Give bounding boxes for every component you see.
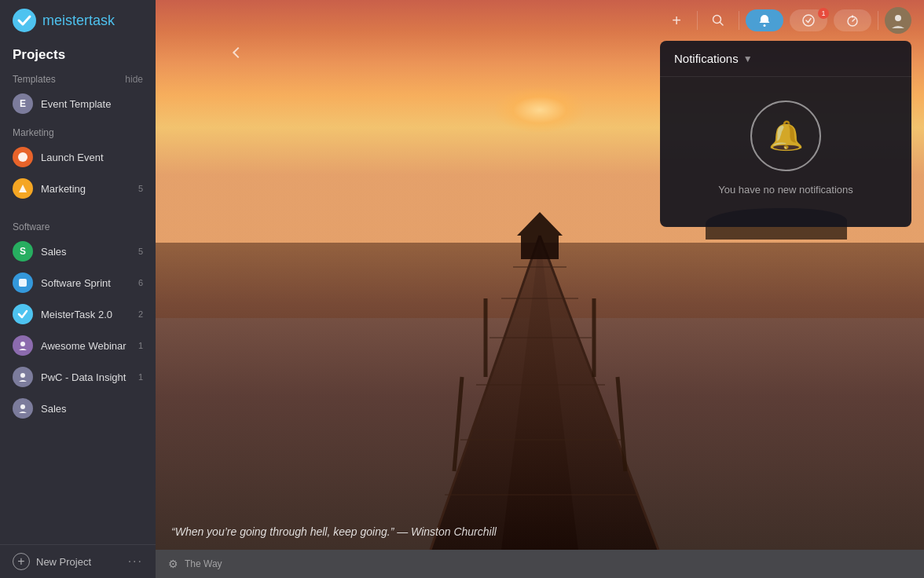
project-avatar-pwc-data [13, 367, 33, 387]
svg-line-29 [852, 19, 855, 21]
svg-point-6 [20, 404, 25, 409]
timer-button[interactable] [834, 9, 871, 31]
svg-line-24 [720, 23, 724, 26]
software-section-header: Software [0, 214, 156, 236]
project-name-software-sprint: Software Sprint [41, 277, 135, 289]
notifications-panel: Notifications ▼ 🔔 You have no new notifi… [660, 41, 911, 227]
notifications-button[interactable] [746, 9, 783, 31]
project-avatar-launch-event [13, 147, 33, 167]
topbar: + 1 [156, 0, 924, 41]
project-name-launch-event: Launch Event [41, 152, 140, 163]
more-options-button[interactable]: ··· [128, 554, 143, 569]
svg-rect-18 [521, 236, 559, 259]
svg-point-4 [20, 342, 25, 346]
project-name-sales-1: Sales [41, 246, 135, 258]
project-name-meistertask-2: MeisterTask 2.0 [41, 309, 135, 320]
software-label: Software [13, 221, 50, 232]
project-item-launch-event[interactable]: Launch Event [0, 141, 156, 173]
quote-text: “When you’re going through hell, keep go… [171, 525, 497, 538]
project-item-software-sprint[interactable]: Software Sprint 6 [0, 267, 156, 298]
project-badge-meistertask-2: 2 [138, 309, 143, 319]
project-avatar-awesome-webinar [13, 335, 33, 356]
svg-point-25 [764, 24, 766, 27]
sidebar: meistertask Projects Templates hide E Ev… [0, 0, 156, 578]
sidebar-logo-area: meistertask [0, 0, 156, 41]
notifications-header: Notifications ▼ [660, 41, 911, 77]
projects-heading: Projects [0, 41, 156, 66]
project-name-pwc-data: PwC - Data Insight [41, 371, 135, 383]
main-content: + 1 Notifications ▼ [156, 0, 924, 578]
svg-point-0 [13, 9, 36, 32]
project-avatar-software-sprint [13, 273, 33, 293]
project-avatar-sales-1: S [13, 241, 33, 262]
svg-marker-17 [517, 212, 563, 236]
theme-name: The Way [185, 558, 222, 569]
topbar-divider-3 [878, 11, 878, 30]
bell-icon-large: 🔔 [768, 119, 804, 152]
project-item-sales-1[interactable]: S Sales 5 [0, 236, 156, 267]
svg-point-26 [803, 15, 814, 26]
svg-point-30 [895, 15, 901, 21]
project-name-event-template: Event Template [41, 98, 143, 110]
project-item-sales-2[interactable]: Sales [0, 393, 156, 424]
project-badge-pwc-data: 1 [138, 372, 143, 382]
marketing-label: Marketing [13, 127, 54, 138]
user-avatar[interactable] [885, 7, 911, 34]
project-badge-software-sprint: 6 [138, 278, 143, 287]
project-badge-marketing: 5 [138, 184, 143, 193]
project-name-marketing: Marketing [41, 183, 135, 195]
empty-bell-circle: 🔔 [750, 101, 821, 171]
topbar-divider-1 [697, 11, 698, 30]
settings-gear-icon[interactable]: ⚙ [168, 558, 178, 570]
project-badge-sales-1: 5 [138, 247, 143, 256]
project-item-awesome-webinar[interactable]: Awesome Webinar 1 [0, 330, 156, 361]
search-button[interactable] [704, 6, 732, 35]
notifications-chevron-icon: ▼ [743, 53, 753, 64]
project-name-sales-2: Sales [41, 403, 140, 415]
sidebar-footer: + New Project ··· [0, 544, 156, 578]
marketing-section-header: Marketing [0, 119, 156, 141]
project-avatar-sales-2 [13, 398, 33, 419]
templates-section-header: Templates hide [0, 66, 156, 88]
project-item-event-template[interactable]: E Event Template [0, 88, 156, 119]
project-avatar-event-template: E [13, 93, 33, 114]
templates-label: Templates [13, 74, 56, 85]
tasks-button[interactable]: 1 [790, 9, 827, 31]
tasks-badge: 1 [818, 8, 829, 19]
project-item-pwc-data[interactable]: PwC - Data Insight 1 [0, 361, 156, 393]
meistertask-logo-icon [13, 9, 36, 32]
svg-point-1 [18, 152, 28, 162]
notifications-empty-state: 🔔 You have no new notifications [660, 77, 911, 227]
new-project-plus-icon: + [13, 553, 30, 570]
svg-rect-3 [19, 279, 27, 287]
project-name-awesome-webinar: Awesome Webinar [41, 340, 135, 352]
project-avatar-meistertask-2 [13, 304, 33, 324]
no-notifications-text: You have no new notifications [718, 184, 853, 196]
project-badge-awesome-webinar: 1 [138, 341, 143, 350]
project-avatar-marketing [13, 178, 33, 199]
project-item-marketing[interactable]: Marketing 5 [0, 173, 156, 204]
new-project-label: New Project [36, 556, 91, 568]
templates-hide-button[interactable]: hide [125, 74, 143, 85]
new-project-button[interactable]: + New Project [13, 553, 91, 570]
svg-marker-2 [19, 185, 27, 192]
app-name: meistertask [42, 13, 115, 29]
add-button[interactable]: + [662, 6, 691, 35]
svg-line-21 [454, 377, 462, 471]
svg-marker-8 [431, 236, 658, 550]
notifications-title: Notifications [674, 52, 739, 65]
topbar-divider-2 [739, 11, 739, 30]
svg-point-5 [20, 373, 25, 378]
project-item-meistertask-2[interactable]: MeisterTask 2.0 2 [0, 298, 156, 330]
quote-bar: “When you’re going through hell, keep go… [156, 514, 924, 550]
bottom-bar: ⚙ The Way [156, 550, 924, 578]
